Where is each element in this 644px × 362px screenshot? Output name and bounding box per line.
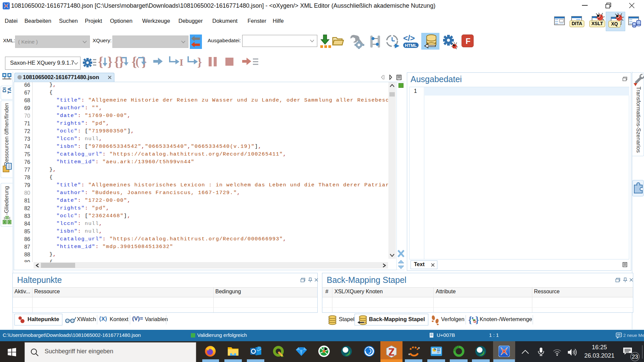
svg-text:}: } — [107, 55, 112, 69]
svg-text:23: 23 — [632, 354, 638, 360]
svg-text:{: { — [98, 55, 103, 69]
svg-text:{: { — [468, 315, 472, 324]
svg-text:}: } — [197, 56, 202, 68]
svg-text:</>: </> — [403, 34, 415, 43]
svg-text:HTML: HTML — [405, 43, 417, 48]
svg-text:I: I — [179, 57, 183, 68]
svg-text:}: } — [475, 315, 479, 324]
